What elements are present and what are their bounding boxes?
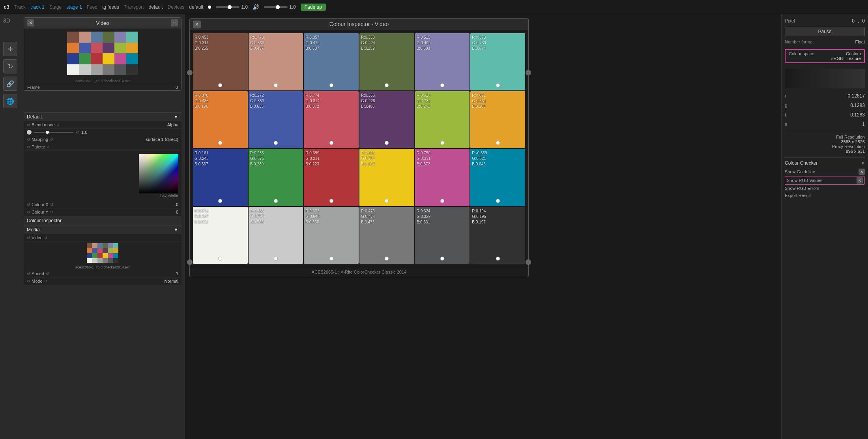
colour-space-value: Custom [846, 51, 861, 56]
frame-value: 0 [176, 85, 178, 90]
colour-space-sub: sRGB - Texture [831, 56, 861, 61]
cell-dot [218, 257, 222, 261]
blend-value: 1.0 [81, 130, 87, 135]
media-label: Media [27, 227, 40, 233]
ci-title: Colour Inspector - Video [195, 21, 524, 27]
color-cell: R:0.473G:0.474B:0.473 [359, 207, 414, 264]
cell-dot [274, 141, 278, 145]
show-rgb-values-row: Show RGB Values ✕ [785, 176, 865, 185]
show-guideline-toggle[interactable]: ✕ [859, 169, 865, 175]
cell-dot [329, 141, 333, 145]
cell-values: R:0.699G:0.211B:0.223 [305, 150, 357, 167]
ci-close-button[interactable]: ✕ [193, 21, 201, 28]
default-section[interactable]: Default ▼ [24, 112, 181, 121]
show-guideline-label: Show Guideline [785, 169, 815, 174]
color-cell: R:0.161G:0.243B:0.567 [193, 149, 248, 206]
color-cell: R:0.632G:0.640B:0.638 [304, 207, 359, 264]
color-cell: R:0.945G:0.947B:0.923 [193, 207, 248, 264]
volume2-slider[interactable]: 1.0 [264, 4, 296, 10]
topbar: d3 Track track 1 Stage stage 1 Feed tg f… [0, 0, 868, 14]
cell-values: R:0.773G:0.563B:0.497 [250, 35, 302, 51]
palette-name: hsvpalette [160, 193, 178, 198]
r-label: r [785, 93, 786, 99]
pause-button[interactable]: Pause [785, 27, 865, 36]
colour-inspector-section[interactable]: Colour Inspector [24, 216, 181, 225]
video-close-button[interactable]: ✕ [27, 19, 34, 26]
number-format-label: Number format [785, 39, 814, 44]
cell-values: R:-0.559G:0.521B:0.646 [472, 150, 524, 167]
cell-values: R:0.473G:0.474B:0.473 [361, 208, 413, 225]
pixel-label: Pixel [785, 18, 795, 24]
color-cell: R:0.194G:0.195B:0.197 [470, 207, 525, 264]
color-cell: R:0.699G:0.211B:0.223 [304, 149, 359, 206]
resize-handle-tl[interactable] [187, 70, 193, 75]
cell-values: R:0.373G:0.739B:0.674 [472, 35, 524, 51]
colour-x-row: ↺ Colour X ↺ 0 [24, 201, 181, 208]
video-panel-title: Video [96, 20, 109, 26]
export-result-row[interactable]: Export Result [785, 192, 865, 199]
speed-label: Speed [32, 271, 44, 276]
colour-space-label: Colour space [789, 51, 814, 56]
show-rgb-values-toggle[interactable]: ✕ [857, 177, 863, 184]
video-panel-header: ✕ Video ≡ [24, 18, 181, 28]
cell-values: R:0.926G:0.781B:0.104 [361, 150, 413, 167]
colour-y-label: Colour Y [32, 210, 49, 214]
cell-dot [274, 257, 278, 261]
rotate-tool[interactable]: ↻ [3, 59, 17, 73]
colour-checker-title: Colour Checker [785, 160, 817, 166]
cell-dot [440, 257, 444, 261]
frame-row: Frame 0 [24, 84, 181, 90]
speed-value: 1 [176, 271, 178, 276]
cell-values: R:0.365G:0.228B:0.406 [361, 93, 413, 109]
show-guideline-row: Show Guideline ✕ [785, 167, 865, 176]
color-cell: R:0.453G:0.311B:0.255 [193, 33, 248, 90]
colour-inspector-window: ✕ Colour Inspector - Video R:0.453G:0.31… [189, 18, 529, 277]
resize-handle-tr[interactable] [526, 70, 531, 75]
colour-space-row: Colour space Custom [789, 51, 861, 56]
blend-mode-label: Blend mode [32, 122, 55, 127]
color-cell: R:0.878G:0.486B:0.196 [193, 91, 248, 148]
cell-values: R:0.610G:0.732B:0.241 [417, 93, 468, 109]
cc-arrow: ▼ [861, 161, 865, 165]
track-value: track 1 [30, 4, 45, 10]
move-tool[interactable]: ✛ [3, 42, 17, 56]
cell-dot [385, 83, 389, 87]
g-label: g [785, 103, 788, 108]
media-section[interactable]: Media ▼ [24, 225, 181, 234]
blend-mode-value: Alpha [167, 122, 178, 127]
color-grid: R:0.453G:0.311B:0.255 R:0.773G:0.563B:0.… [190, 30, 528, 267]
fade-up-button[interactable]: Fade up [301, 4, 326, 11]
filename-label: aces2065-1_colorchecker2014.exr [24, 78, 181, 84]
video-menu-button[interactable]: ≡ [171, 19, 178, 26]
cell-dot [218, 199, 222, 203]
color-cell: R:-0.559G:0.521B:0.646 [470, 149, 525, 206]
cell-dot [329, 199, 333, 203]
cell-dot [385, 141, 389, 145]
cell-values: R:0.750G:0.311B:0.572 [417, 150, 468, 167]
b-row: b 0.1283 [785, 111, 865, 118]
cell-values: R:0.272G:0.353B:0.653 [250, 93, 302, 109]
link-tool[interactable]: 🔗 [3, 77, 17, 91]
resize-handle-bl[interactable] [187, 259, 193, 265]
ci-header: ✕ Colour Inspector - Video [190, 19, 528, 30]
mode-value: Normal [165, 279, 178, 283]
color-cell: R:0.926G:0.781B:0.104 [359, 149, 414, 206]
pixel-row: Pixel 0 , 0 [785, 17, 865, 24]
resize-handle-br[interactable] [526, 259, 531, 265]
default-label: Default [27, 114, 42, 120]
feed-value: tg feeds [102, 4, 119, 10]
cell-values: R:0.324G:0.329B:0.331 [417, 208, 468, 225]
cell-dot [274, 199, 278, 203]
volume1-slider[interactable]: 1.0 [216, 4, 248, 10]
cell-dot [385, 257, 389, 261]
palette-row: ↺ Palette ↺ [24, 143, 181, 151]
media-filename: aces2065-1_colorchecker2014.exr [24, 265, 181, 270]
a-label: a [785, 122, 788, 127]
b-value: 0.1283 [850, 112, 865, 118]
vol1-value: 1.0 [241, 4, 248, 10]
main-area: 3D ✛ ↻ 🔗 🌐 ✕ Video ≡ [0, 14, 868, 439]
number-format-row: Number format Float [785, 39, 865, 45]
globe-tool[interactable]: 🌐 [3, 94, 17, 108]
blend-mode-row: ↺ Blend mode ↺ Alpha [24, 121, 181, 129]
transport-label: Transport [124, 4, 144, 10]
